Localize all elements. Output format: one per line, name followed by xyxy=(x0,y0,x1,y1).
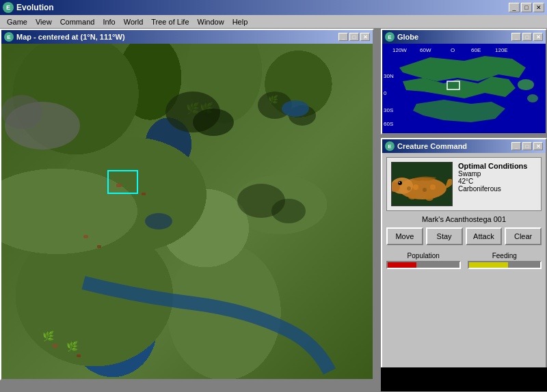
svg-rect-13 xyxy=(77,354,81,357)
map-title: Map - centered at (1°N, 111°W) xyxy=(16,33,125,41)
svg-point-41 xyxy=(423,188,427,192)
app-icon: E xyxy=(3,2,14,13)
population-stat: Population xyxy=(386,252,461,269)
app-title: Evolution xyxy=(16,3,54,12)
population-bar-fill xyxy=(388,262,416,268)
creature-content: Optimal Conditions Swamp 42°C Carbonifer… xyxy=(382,153,546,273)
menu-help[interactable]: Help xyxy=(228,16,252,27)
svg-text:120E: 120E xyxy=(495,47,508,53)
feeding-label: Feeding xyxy=(468,252,542,260)
era-condition: Carboniferous xyxy=(458,185,537,193)
svg-point-29 xyxy=(518,79,534,90)
biome-condition: Swamp xyxy=(458,170,537,178)
globe-content: 120W 60W O 60E 120E 30N 0 30S 60S xyxy=(382,44,546,133)
creature-minimize-button[interactable]: _ xyxy=(511,142,521,150)
svg-point-39 xyxy=(425,195,433,201)
globe-title: Globe xyxy=(397,33,418,41)
svg-text:60W: 60W xyxy=(420,47,431,53)
globe-icon: E xyxy=(385,32,395,42)
svg-text:60E: 60E xyxy=(471,47,481,53)
svg-rect-12 xyxy=(53,344,57,348)
svg-text:O: O xyxy=(451,47,455,53)
creature-image xyxy=(391,162,453,206)
optimal-conditions-label: Optimal Conditions xyxy=(458,162,537,170)
globe-maximize-button[interactable]: □ xyxy=(522,33,532,41)
creature-icon: E xyxy=(385,141,395,151)
menu-view[interactable]: View xyxy=(31,16,56,27)
svg-text:60S: 60S xyxy=(384,121,393,127)
population-bar xyxy=(386,261,461,269)
map-close-button[interactable]: ✕ xyxy=(360,33,370,41)
main-content: E Map - centered at (1°N, 111°W) _ □ ✕ 🌿… xyxy=(0,29,547,392)
map-content[interactable]: 🌿🌿 🌿 🌿 🌿 xyxy=(1,44,373,379)
feeding-stat: Feeding xyxy=(468,252,542,269)
svg-point-1 xyxy=(1,95,42,129)
title-buttons: _ □ ✕ xyxy=(509,3,544,12)
map-minimize-button[interactable]: _ xyxy=(338,33,348,41)
svg-point-42 xyxy=(430,184,436,190)
maximize-button[interactable]: □ xyxy=(521,3,532,12)
menu-window[interactable]: Window xyxy=(194,16,228,27)
svg-text:30S: 30S xyxy=(384,107,393,113)
creature-name: Mark's Acanthostega 001 xyxy=(386,215,542,223)
menu-world[interactable]: World xyxy=(120,16,148,27)
svg-point-36 xyxy=(398,181,402,185)
globe-title-bar: E Globe _ □ ✕ xyxy=(382,30,546,44)
clear-button[interactable]: Clear xyxy=(505,227,542,245)
svg-point-30 xyxy=(527,94,538,102)
map-window: E Map - centered at (1°N, 111°W) _ □ ✕ 🌿… xyxy=(0,29,374,380)
svg-text:30N: 30N xyxy=(384,73,394,79)
svg-point-37 xyxy=(399,182,400,183)
svg-rect-11 xyxy=(142,193,146,195)
svg-rect-15 xyxy=(97,245,101,248)
globe-close-button[interactable]: ✕ xyxy=(533,33,543,41)
creature-window: E Creature Command _ □ ✕ xyxy=(381,138,547,380)
close-button[interactable]: ✕ xyxy=(533,3,544,12)
svg-text:0: 0 xyxy=(384,90,387,96)
map-title-bar: E Map - centered at (1°N, 111°W) _ □ ✕ xyxy=(1,30,373,44)
menu-info[interactable]: Info xyxy=(98,16,119,27)
creature-card: Optimal Conditions Swamp 42°C Carbonifer… xyxy=(386,157,542,211)
creature-svg xyxy=(392,163,453,206)
map-icon: E xyxy=(4,32,14,42)
stay-button[interactable]: Stay xyxy=(426,227,463,245)
feeding-bar-fill xyxy=(469,262,508,268)
command-buttons: Move Stay Attack Clear xyxy=(386,227,542,245)
stats-row: Population Feeding xyxy=(386,252,542,269)
menu-bar: Game View Command Info World Tree of Lif… xyxy=(0,15,547,29)
feeding-bar xyxy=(468,261,542,269)
globe-svg: 120W 60W O 60E 120E 30N 0 30S 60S xyxy=(382,44,546,133)
svg-rect-10 xyxy=(116,184,122,187)
menu-command[interactable]: Command xyxy=(56,16,99,27)
svg-text:120W: 120W xyxy=(392,47,407,53)
creature-title: Creature Command xyxy=(397,142,467,150)
temperature-condition: 42°C xyxy=(458,178,537,185)
menu-tree-of-life[interactable]: Tree of Life xyxy=(147,16,193,27)
svg-point-38 xyxy=(408,194,416,199)
population-label: Population xyxy=(386,252,461,260)
svg-point-43 xyxy=(407,186,411,191)
globe-minimize-button[interactable]: _ xyxy=(511,33,521,41)
svg-point-9 xyxy=(145,213,172,229)
minimize-button[interactable]: _ xyxy=(509,3,520,12)
svg-point-40 xyxy=(413,184,418,190)
terrain-map: 🌿🌿 🌿 🌿 🌿 xyxy=(1,44,373,379)
menu-game[interactable]: Game xyxy=(3,16,31,27)
svg-point-8 xyxy=(271,199,306,223)
black-area xyxy=(381,367,547,391)
svg-rect-14 xyxy=(83,235,88,238)
terrain-svg xyxy=(1,44,373,379)
svg-point-3 xyxy=(193,109,234,136)
creature-info: Optimal Conditions Swamp 42°C Carbonifer… xyxy=(458,162,537,193)
globe-window: E Globe _ □ ✕ 120W 60W O 60E 120E 30N xyxy=(381,29,547,135)
svg-point-6 xyxy=(282,100,309,117)
creature-close-button[interactable]: ✕ xyxy=(533,142,543,150)
move-button[interactable]: Move xyxy=(386,227,423,245)
creature-title-bar: E Creature Command _ □ ✕ xyxy=(382,139,546,153)
attack-button[interactable]: Attack xyxy=(466,227,503,245)
map-maximize-button[interactable]: □ xyxy=(349,33,359,41)
title-bar: E Evolution _ □ ✕ xyxy=(0,0,547,15)
creature-maximize-button[interactable]: □ xyxy=(522,142,532,150)
